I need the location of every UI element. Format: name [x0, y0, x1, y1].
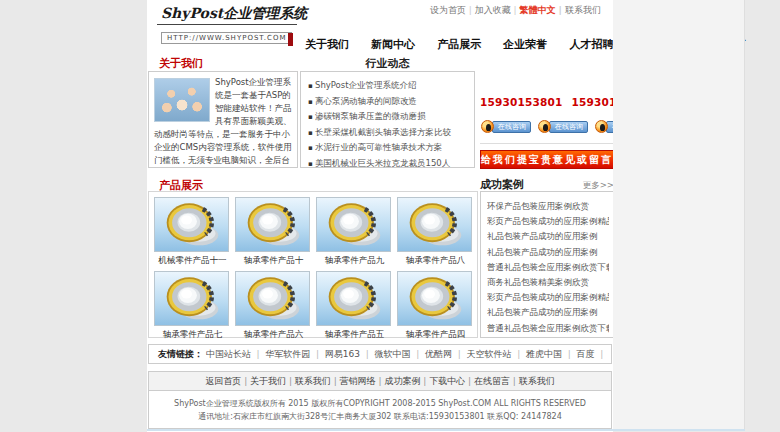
contact-us-top-link[interactable]: 联系我们 [565, 5, 601, 15]
traditional-chinese-link[interactable]: 繁體中文 [519, 5, 565, 15]
bearing-product-image [316, 197, 391, 252]
case-item[interactable]: 彩页产品包装成功的应用案例精品中心 [487, 290, 609, 305]
news-item[interactable]: 水泥行业的高可靠性轴承技术方案 [308, 140, 470, 156]
footer-nav-about[interactable]: 关于我们 [250, 376, 295, 386]
news-item[interactable]: 离心泵涡动轴承的间隙改造 [308, 94, 470, 110]
phone-numbers: 15930153801 15930153801 [480, 96, 614, 108]
add-favorite-link[interactable]: 加入收藏 [475, 5, 520, 15]
footer-nav-downloads[interactable]: 下载中心 [429, 376, 474, 386]
qq-penguin-icon [538, 120, 551, 133]
nav-accent-bar [288, 33, 293, 46]
case-item[interactable]: 商务礼品包装精美案例欣赏 [487, 275, 609, 290]
product-card[interactable]: 轴承零件产品七 [154, 271, 231, 341]
bearing-product-image [397, 271, 472, 326]
page-body: { "page": { "accent_red": "#c00404", "ba… [0, 0, 780, 432]
product-card[interactable]: 轴承零件产品四 [397, 271, 474, 341]
product-name: 轴承零件产品四 [397, 329, 474, 341]
product-name: 轴承零件产品九 [316, 255, 393, 267]
product-name: 轴承零件产品十 [235, 255, 312, 267]
product-name: 机械零件产品十一 [154, 255, 231, 267]
logo-title: ShyPost企业管理系统 [157, 5, 297, 25]
copyright-box: ShyPost企业管理系统版权所有 2015 版权所有COPYRIGHT 200… [148, 391, 612, 429]
friend-link[interactable]: 网易163 [325, 349, 375, 359]
footer-nav-contact[interactable]: 联系我们 [295, 376, 340, 386]
footer-nav-cases[interactable]: 成功案例 [384, 376, 429, 386]
news-section-title: 行业动态 [300, 56, 475, 71]
main-page: ShyPost企业管理系统 HTTP://WWW.SHYPOST.COM 设为首… [147, 0, 613, 432]
news-box: ShyPost企业管理系统介绍 离心泵涡动轴承的间隙改造 渗碳钢泵轴承压盖的微动… [300, 71, 475, 168]
cases-section-title: 成功案例 [480, 177, 524, 192]
copyright-line-2: 通讯地址:石家庄市红旗南大街328号汇丰商务大厦302 联系电话:1593015… [149, 410, 611, 423]
product-card[interactable]: 轴承零件产品六 [235, 271, 312, 341]
case-item[interactable]: 普通礼品包装盒应用案例欣赏下载 [487, 260, 609, 275]
footer-nav-guestbook[interactable]: 在线留言 [474, 376, 519, 386]
bearing-product-image [235, 271, 310, 326]
feedback-banner-button[interactable]: 给我们提宝贵意见或留言 [480, 150, 614, 169]
news-item[interactable]: 渗碳钢泵轴承压盖的微动磨损 [308, 109, 470, 125]
product-card[interactable]: 轴承零件产品十 [235, 197, 312, 267]
qq-chat-button[interactable]: 在线咨询 [481, 120, 531, 133]
footer-nav-home[interactable]: 返回首页 [205, 376, 250, 386]
cases-box: 环保产品包装应用案例欣赏 彩页产品包装成功的应用案例精品欣赏 礼品包装产品成功的… [480, 191, 614, 338]
product-card[interactable]: 轴承零件产品八 [397, 197, 474, 267]
friend-link[interactable]: 天空软件站 [466, 349, 525, 359]
footer-nav: 返回首页关于我们联系我们营销网络成功案例下载中心在线留言联系我们 [148, 371, 612, 391]
about-box: ShyPost企业管理系统是一套基于ASP的智能建站软件！产品具有界面新颖美观、… [148, 71, 298, 168]
product-card[interactable]: 轴承零件产品五 [316, 271, 393, 341]
qq-button-label: 在线咨询 [492, 121, 531, 133]
qq-chat-button[interactable]: 在线咨询 [538, 120, 588, 133]
friend-link[interactable]: 中国站长站 [206, 349, 265, 359]
news-item[interactable]: 美国机械业巨头米拉克龙裁员150人 [308, 156, 470, 172]
case-item[interactable]: 彩页产品包装成功的应用案例精品欣赏 [487, 214, 609, 229]
phone-number-1: 15930153801 [480, 96, 563, 108]
nav-news[interactable]: 新闻中心 [371, 37, 415, 52]
footer-nav-contact-2[interactable]: 联系我们 [519, 376, 555, 386]
friend-link[interactable]: 微软中国 [375, 349, 425, 359]
friend-links-label: 友情链接： [158, 349, 203, 359]
news-item[interactable]: ShyPost企业管理系统介绍 [308, 78, 470, 94]
bearing-product-image [154, 271, 229, 326]
product-name: 轴承零件产品八 [397, 255, 474, 267]
bottom-border-line [147, 429, 745, 431]
case-item[interactable]: 礼品包装产品成功的应用案例 [487, 229, 609, 244]
cases-header: 成功案例 更多>> [480, 177, 614, 192]
nav-jobs[interactable]: 人才招聘 [569, 37, 613, 52]
site-logo: ShyPost企业管理系统 HTTP://WWW.SHYPOST.COM [157, 5, 297, 44]
product-card[interactable]: 轴承零件产品九 [316, 197, 393, 267]
friend-link[interactable]: 百度 [576, 349, 608, 359]
nav-honors[interactable]: 企业荣誉 [503, 37, 547, 52]
product-name: 轴承零件产品五 [316, 329, 393, 341]
friend-link[interactable]: 华军软件园 [265, 349, 324, 359]
product-card[interactable]: 机械零件产品十一 [154, 197, 231, 267]
product-name: 轴承零件产品七 [154, 329, 231, 341]
qq-penguin-icon [481, 120, 494, 133]
friend-links-bar: 友情链接： 中国站长站华军软件园网易163微软中国优酷网天空软件站雅虎中国百度 [148, 344, 612, 364]
friend-link[interactable]: 雅虎中国 [526, 349, 576, 359]
footer-nav-marketing[interactable]: 营销网络 [340, 376, 385, 386]
nav-about[interactable]: 关于我们 [305, 37, 349, 52]
case-item[interactable]: 环保产品包装应用案例欣赏 [487, 199, 609, 214]
qq-penguin-icon [595, 120, 608, 133]
right-gutter [613, 0, 745, 430]
bearing-product-image [316, 271, 391, 326]
bearing-product-image [397, 197, 472, 252]
product-name: 轴承零件产品六 [235, 329, 312, 341]
copyright-line-1: ShyPost企业管理系统版权所有 2015 版权所有COPYRIGHT 200… [149, 397, 611, 410]
case-item[interactable]: 普通礼品包装盒应用案例欣赏下载 [487, 321, 609, 336]
products-grid: 机械零件产品十一 轴承零件产品十 轴承零件产品九 轴承零件产品八 轴承零件产品七… [148, 191, 478, 338]
contact-divider [480, 143, 614, 144]
team-photo [154, 78, 210, 122]
qq-button-label: 在线咨询 [549, 121, 588, 133]
case-item[interactable]: 礼品包装产品成功的应用案例 [487, 245, 609, 260]
case-item[interactable]: 礼品包装产品成功的应用案例 [487, 305, 609, 320]
bearing-product-image [235, 197, 310, 252]
friend-link[interactable]: 优酷网 [425, 349, 466, 359]
bearing-product-image [154, 197, 229, 252]
nav-products[interactable]: 产品展示 [437, 37, 481, 52]
news-item[interactable]: 长壁采煤机截割头轴承选择方案比较 [308, 125, 470, 141]
news-list: ShyPost企业管理系统介绍 离心泵涡动轴承的间隙改造 渗碳钢泵轴承压盖的微动… [308, 78, 470, 171]
top-utility-links: 设为首页加入收藏繁體中文联系我们 [430, 4, 601, 17]
logo-url: HTTP://WWW.SHYPOST.COM [161, 32, 292, 44]
cases-list: 环保产品包装应用案例欣赏 彩页产品包装成功的应用案例精品欣赏 礼品包装产品成功的… [487, 199, 609, 336]
set-homepage-link[interactable]: 设为首页 [430, 5, 475, 15]
